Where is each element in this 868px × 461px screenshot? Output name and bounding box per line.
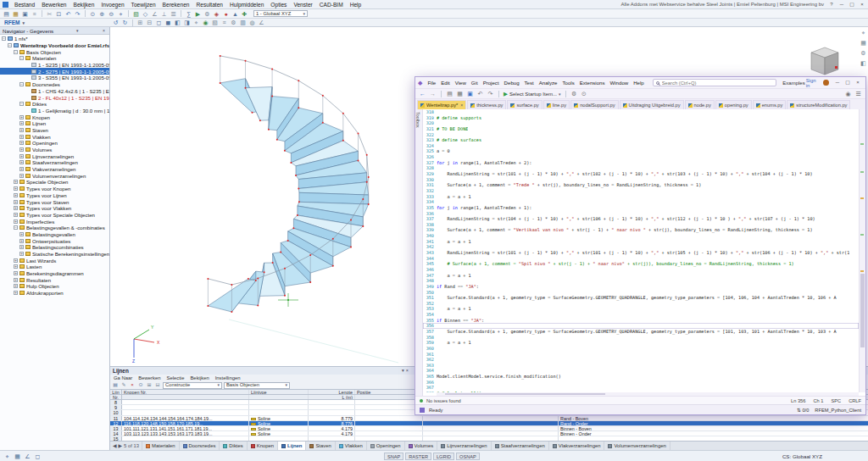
editor-scrollbar-horizontal[interactable] [437,392,859,396]
node-point[interactable] [207,305,209,307]
angle-icon[interactable]: ∠ [151,10,159,18]
maximize-button[interactable]: ▢ [847,1,857,8]
menu-bestand[interactable]: Bestand [11,2,38,8]
vs-tab-line-py[interactable]: line.py [543,100,570,109]
vs-tab-nodalsupport-py[interactable]: nodalSupport.py [570,100,618,109]
node-point[interactable] [290,162,292,164]
table-edit-icon[interactable]: ✎ [120,381,127,389]
tree-item-1-nfs[interactable]: −1 nfs* [0,36,109,42]
collapse-icon[interactable]: − [14,225,18,230]
vs-menu-view[interactable]: View [453,80,469,86]
vs-menu-git[interactable]: Git [469,80,481,86]
node-point[interactable] [284,150,286,152]
maximize-button[interactable]: ▢ [843,79,853,86]
line-indicator[interactable]: Ln 356 [791,398,805,403]
node-point[interactable] [245,60,247,62]
tree-item-diktes[interactable]: −Diktes [0,101,109,108]
expand-icon[interactable]: + [14,264,18,269]
tree-item-1-chs-42-4x2-6-1-s235-en-19[interactable]: 1 - CHS 42.4x2.6 | 1 - S235 | EN 19... [0,88,109,95]
tree-item-vlakken[interactable]: +Vlakken [0,133,109,140]
tree-item-types-voor-knopen[interactable]: +Types voor Knopen [0,186,109,192]
tree-item-lasten[interactable]: +Lasten [0,264,109,270]
node-point[interactable] [272,262,274,264]
node-point[interactable] [362,198,364,200]
table-tab-materialen[interactable]: Materialen [142,442,180,450]
collapse-icon[interactable]: − [8,43,12,47]
vs-tab-node-py[interactable]: node.py [685,100,715,109]
vs-menu-edit[interactable]: Edit [438,80,453,86]
navigate-back-icon[interactable]: ← [419,90,426,97]
tree-item-doorsnedes[interactable]: −Doorsnedes [0,81,109,88]
expand-icon[interactable]: + [14,193,18,197]
node-point[interactable] [358,159,359,161]
table-new-icon[interactable]: ▤ [112,381,119,389]
node-point[interactable] [255,280,257,281]
node-point[interactable] [268,129,270,131]
vs-tab-opening-py[interactable]: opening.py [715,100,752,109]
expand-icon[interactable]: + [19,141,24,145]
tree-item-imperfecties[interactable]: +Imperfecties [0,218,109,225]
node-point[interactable] [368,203,370,205]
view-x-icon[interactable]: ◨ [183,19,191,26]
vs-menu-help[interactable]: Help [631,80,647,86]
vs-tab-structuremodification-py[interactable]: structureModification.py [787,100,850,109]
open-model-icon[interactable]: ▦ [12,10,19,18]
tree-item-knopen[interactable]: +Knopen [0,114,109,120]
menu-cad-bim[interactable]: CAD-BIM [316,2,347,8]
table-tab-lijnverzamelingen[interactable]: Lijnverzamelingen [437,442,491,450]
node-point[interactable] [231,284,232,286]
menu-toewijzen[interactable]: Toewijzen [128,2,159,8]
list-icon[interactable]: ☰ [170,10,177,18]
copy-icon[interactable]: ⊡ [55,10,63,18]
options-icon[interactable]: ⚙ [230,19,237,26]
table-tab-diktes[interactable]: Diktes [220,442,247,450]
menu-hulpmiddelen[interactable]: Hulpmiddelen [226,2,267,8]
node-icon[interactable]: ● [222,10,230,18]
vs-menu-extensions[interactable]: Extensions [577,80,608,86]
node-point[interactable] [309,254,311,256]
navigate-forward-icon[interactable]: → [429,90,437,97]
scrollbar-thumb[interactable] [445,393,605,395]
node-point[interactable] [297,214,298,216]
pan-icon[interactable]: ⌖ [860,29,867,36]
hatch-icon[interactable]: ▧ [211,19,219,26]
tree-item-speciale-objecten[interactable]: +Speciale Objecten [0,179,109,186]
expand-icon[interactable]: + [14,271,18,275]
vs-tab-uitdraging-uitgebreid-py[interactable]: Uitdraging Uitgebreid.py [620,100,684,109]
collapse-icon[interactable]: − [2,36,6,41]
sign-in-link[interactable]: Sign in [806,78,821,88]
tree-item-staafverzamelingen[interactable]: +Staafverzamelingen [0,159,109,166]
calculate-icon[interactable]: ▶ [194,10,202,18]
tree-item-statische-berekeningsinstellingen[interactable]: +Statische Berekeningsinstellingen [0,251,109,258]
expand-icon[interactable]: + [14,278,18,282]
node-point[interactable] [259,119,261,121]
results-icon[interactable]: ◈ [213,10,220,18]
vs-menu-tools[interactable]: Tools [559,80,576,86]
expand-icon[interactable]: + [14,284,18,288]
avatar[interactable] [823,80,829,86]
grid-icon[interactable]: ▥ [239,19,247,26]
target-icon[interactable]: ⌖ [192,19,200,26]
collapse-icon[interactable]: − [19,56,24,60]
column-indicator[interactable]: Ch 1 [813,398,823,403]
node-point[interactable] [284,268,286,269]
coordinate-system-combo[interactable]: 1 - Globaal XYZ ▾ [253,10,308,17]
node-point[interactable] [271,96,273,97]
collapse-all-icon[interactable]: ⊟ [146,19,153,26]
half-view-icon[interactable]: ◧ [174,19,181,26]
minimize-button[interactable]: ─ [832,79,843,86]
expand-icon[interactable]: + [14,206,18,210]
expand-icon[interactable]: + [19,167,24,171]
tree-item-afdrukrapporten[interactable]: +Afdrukrapporten [0,290,109,297]
indent-indicator[interactable]: SPC [831,398,841,403]
tab-prev-icon[interactable]: ◀ [113,443,117,448]
lijnen-menu-selectie[interactable]: Selectie [166,375,184,380]
node-point[interactable] [264,271,265,273]
tree-item-materialen[interactable]: −Materialen [0,55,109,62]
build-icon[interactable]: ⚙ [570,90,578,97]
expand-icon[interactable]: + [14,200,18,204]
vs-tab-enums-py[interactable]: enums.py [753,100,787,109]
tree-item-belastingsgevallen[interactable]: +Belastingsgevallen [0,231,109,238]
node-point[interactable] [220,82,221,84]
node-point[interactable] [350,219,352,221]
